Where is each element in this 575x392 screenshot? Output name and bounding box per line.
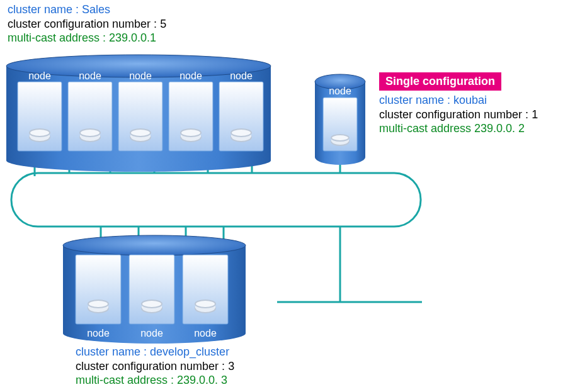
node-label: node: [28, 70, 51, 81]
koubai-mcast-value: 239.0.0. 2: [474, 122, 525, 135]
sales-cluster-info: cluster name : Sales cluster configurati…: [8, 3, 166, 45]
develop-mcast-value: 239.0.0. 3: [177, 374, 227, 386]
single-config-banner: Single configuration: [379, 72, 501, 91]
svg-rect-47: [183, 255, 228, 324]
svg-rect-0: [11, 173, 421, 227]
develop-name-value: develop_cluster: [150, 345, 229, 358]
svg-point-22: [80, 129, 100, 137]
svg-point-19: [30, 129, 50, 137]
node: node: [169, 70, 213, 151]
svg-point-28: [181, 129, 201, 137]
node-label: node: [329, 86, 351, 96]
koubai-cluster-info: cluster name : koubai cluster configurat…: [379, 93, 538, 136]
cluster-develop: node node node: [63, 235, 246, 344]
node: node: [18, 70, 62, 151]
koubai-mcast-label: multi-cast address: [379, 122, 474, 135]
node: node: [118, 70, 162, 151]
svg-point-40: [63, 235, 246, 255]
sales-name-label: cluster name :: [8, 3, 82, 16]
develop-mcast-label: multi-cast address :: [76, 374, 177, 386]
node-label: node: [129, 70, 152, 81]
svg-point-25: [130, 129, 151, 137]
develop-cluster-info: cluster name : develop_cluster cluster c…: [76, 345, 234, 388]
cluster-koubai: node: [315, 74, 365, 165]
network-diagram: node node node node node: [0, 0, 575, 392]
sales-name-value: Sales: [82, 3, 110, 16]
svg-point-43: [88, 300, 108, 308]
svg-point-37: [331, 135, 349, 141]
svg-point-15: [6, 149, 271, 172]
koubai-name-label: cluster name :: [379, 94, 453, 106]
svg-point-31: [231, 129, 251, 137]
sales-mcast-label: multi-cast address :: [8, 31, 109, 44]
develop-config-label: cluster configuration number :: [76, 360, 228, 372]
sales-config-value: 5: [160, 18, 166, 30]
svg-point-33: [315, 150, 365, 165]
node: node: [68, 70, 112, 151]
sales-config-label: cluster configuration number :: [8, 18, 160, 30]
node-label: node: [194, 328, 217, 339]
node-label: node: [179, 70, 202, 81]
svg-rect-41: [76, 255, 121, 324]
node-label: node: [140, 328, 163, 339]
koubai-config-label: cluster configuration number :: [379, 108, 532, 121]
node-label: node: [87, 328, 110, 339]
sales-mcast-value: 239.0.0.1: [109, 31, 156, 44]
develop-name-label: cluster name :: [76, 345, 150, 358]
svg-point-46: [142, 300, 162, 308]
koubai-config-value: 1: [532, 108, 538, 121]
koubai-name-value: koubai: [453, 94, 487, 106]
node: node: [219, 70, 263, 151]
node-label: node: [230, 70, 253, 81]
node-label: node: [79, 70, 101, 81]
svg-point-49: [195, 300, 215, 308]
develop-config-value: 3: [228, 360, 234, 372]
svg-rect-44: [129, 255, 174, 324]
cluster-sales: node node node node node: [6, 55, 271, 172]
